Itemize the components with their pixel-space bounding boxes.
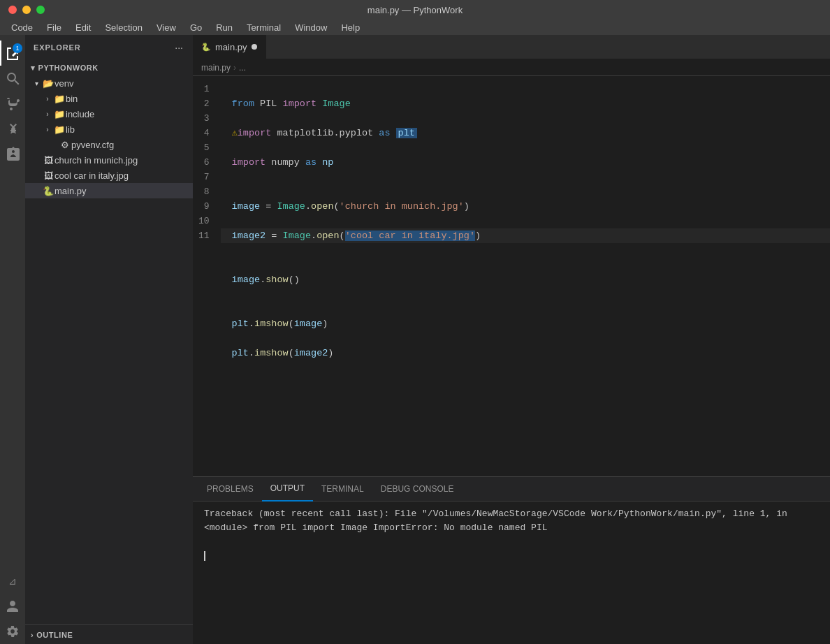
gear-file-icon: ⚙ <box>59 140 71 150</box>
terminal-cursor <box>204 551 205 561</box>
tree-item-mainpy[interactable]: 🐍 main.py <box>25 183 193 198</box>
activity-bar: 1 ⊿ <box>0 35 25 644</box>
search-activity-icon[interactable] <box>0 66 25 91</box>
modified-indicator <box>252 44 257 50</box>
chevron-right-icon2: › <box>42 110 53 118</box>
code-line-3: import numpy as np <box>221 155 830 170</box>
tree-label-car: cool car in italy.jpg <box>54 170 193 181</box>
window-controls <box>8 6 45 14</box>
tree-item-bin[interactable]: › 📁 bin <box>25 91 193 106</box>
folder-open-icon: 📂 <box>42 78 54 89</box>
close-button[interactable] <box>8 6 17 14</box>
sidebar: EXPLORER ··· ▾ PYTHONWORK ▾ 📂 venv › 📁 b… <box>25 35 193 644</box>
explorer-activity-icon[interactable]: 1 <box>0 41 25 66</box>
debug-activity-icon[interactable] <box>0 116 25 141</box>
menu-code[interactable]: Code <box>6 21 38 34</box>
maximize-button[interactable] <box>36 6 45 14</box>
outline-section[interactable]: › OUTLINE <box>25 624 193 644</box>
accounts-activity-icon[interactable] <box>0 594 25 619</box>
editor-area: 🐍 main.py main.py › ... 1 2 3 4 5 6 <box>193 35 830 644</box>
line-numbers: 1 2 3 4 5 6 7 8 9 10 11 <box>193 76 221 476</box>
minimize-button[interactable] <box>22 6 31 14</box>
window-title: main.py — PythonWork <box>367 5 463 15</box>
tab-output[interactable]: OUTPUT <box>262 477 313 502</box>
menu-view[interactable]: View <box>151 21 182 34</box>
outline-label: OUTLINE <box>36 631 73 639</box>
settings-activity-icon[interactable] <box>0 619 25 644</box>
breadcrumb-mainpy[interactable]: main.py <box>201 63 231 73</box>
tab-terminal[interactable]: TERMINAL <box>313 477 372 502</box>
code-line-5: image = Image.open('church in munich.jpg… <box>221 199 830 214</box>
tree-item-include[interactable]: › 📁 include <box>25 106 193 122</box>
menu-terminal[interactable]: Terminal <box>241 21 286 34</box>
extensions-activity-icon[interactable] <box>0 141 25 166</box>
menu-go[interactable]: Go <box>184 21 208 34</box>
folder-icon2: 📁 <box>53 109 66 119</box>
sidebar-header: EXPLORER ··· <box>25 35 193 60</box>
menu-file[interactable]: File <box>41 21 67 34</box>
tree-item-venv[interactable]: ▾ 📂 venv <box>25 75 193 91</box>
tree-label-include: include <box>66 109 193 119</box>
output-line-1: Traceback (most recent call last): File … <box>204 508 787 533</box>
panel-output-content[interactable]: Traceback (most recent call last): File … <box>193 502 830 644</box>
sidebar-more-icon[interactable]: ··· <box>173 41 184 54</box>
source-control-activity-icon[interactable] <box>0 91 25 116</box>
tree-label-pyvenv: pyvenv.cfg <box>71 140 193 150</box>
tab-bar: 🐍 main.py <box>193 35 830 59</box>
tree-label-church: church in munich.jpg <box>54 155 193 166</box>
panel: PROBLEMS OUTPUT TERMINAL DEBUG CONSOLE T… <box>193 476 830 644</box>
tree-item-car[interactable]: 🖼 cool car in italy.jpg <box>25 168 193 183</box>
image-icon: 🖼 <box>42 155 54 166</box>
code-line-1: from PIL import Image <box>221 96 830 111</box>
tree-label-mainpy: main.py <box>54 186 193 196</box>
menu-window[interactable]: Window <box>289 21 333 34</box>
chevron-right-icon: › <box>42 95 53 103</box>
menu-edit[interactable]: Edit <box>70 21 96 34</box>
panel-tabs: PROBLEMS OUTPUT TERMINAL DEBUG CONSOLE <box>193 477 830 502</box>
breadcrumb-sep: › <box>233 63 236 73</box>
code-line-2: ⚠import matplotlib.pyplot as plt <box>221 126 830 140</box>
breadcrumb-dots[interactable]: ... <box>239 63 246 73</box>
menu-help[interactable]: Help <box>335 21 365 34</box>
chevron-icon: ▾ <box>31 80 42 87</box>
workspace-header[interactable]: ▾ PYTHONWORK <box>25 60 193 75</box>
chevron-right-icon3: › <box>42 126 53 133</box>
python-tab-icon: 🐍 <box>201 43 211 52</box>
tab-problems[interactable]: PROBLEMS <box>198 477 262 502</box>
breadcrumb: main.py › ... <box>193 59 830 76</box>
tree-item-pyvenv[interactable]: ⚙ pyvenv.cfg <box>25 137 193 152</box>
code-line-6: image2 = Image.open('cool car in italy.j… <box>221 228 830 243</box>
code-line-8: image.show() <box>221 272 830 287</box>
tree-label-venv: venv <box>54 78 193 89</box>
tree-item-church[interactable]: 🖼 church in munich.jpg <box>25 152 193 168</box>
sidebar-title: EXPLORER <box>34 43 81 52</box>
menu-run[interactable]: Run <box>210 21 238 34</box>
tab-debug-console[interactable]: DEBUG CONSOLE <box>372 477 463 502</box>
code-line-11: plt.imshow(image2) <box>221 346 830 360</box>
folder-icon: 📁 <box>53 94 66 104</box>
titlebar: main.py — PythonWork <box>0 0 830 20</box>
python-file-icon: 🐍 <box>42 186 54 196</box>
explorer-badge: 1 <box>13 43 22 53</box>
tree-item-lib[interactable]: › 📁 lib <box>25 122 193 137</box>
code-content: from PIL import Image ⚠import matplotlib… <box>221 76 830 476</box>
sidebar-header-icons: ··· <box>173 41 184 54</box>
remote-activity-icon[interactable]: ⊿ <box>0 569 25 594</box>
menubar: Code File Edit Selection View Go Run Ter… <box>0 20 830 35</box>
tab-mainpy[interactable]: 🐍 main.py <box>193 35 266 59</box>
sidebar-content: ▾ PYTHONWORK ▾ 📂 venv › 📁 bin › 📁 includ… <box>25 60 193 624</box>
code-line-10: plt.imshow(image) <box>221 316 830 331</box>
tab-label-mainpy: main.py <box>215 42 247 52</box>
image-icon2: 🖼 <box>42 170 54 181</box>
workspace-name: PYTHONWORK <box>38 64 99 72</box>
code-editor[interactable]: 1 2 3 4 5 6 7 8 9 10 11 from PIL import … <box>193 76 830 476</box>
menu-selection[interactable]: Selection <box>99 21 147 34</box>
tree-label-bin: bin <box>66 94 193 104</box>
tree-label-lib: lib <box>66 124 193 135</box>
folder-icon3: 📁 <box>53 124 66 135</box>
main-layout: 1 ⊿ <box>0 35 830 644</box>
